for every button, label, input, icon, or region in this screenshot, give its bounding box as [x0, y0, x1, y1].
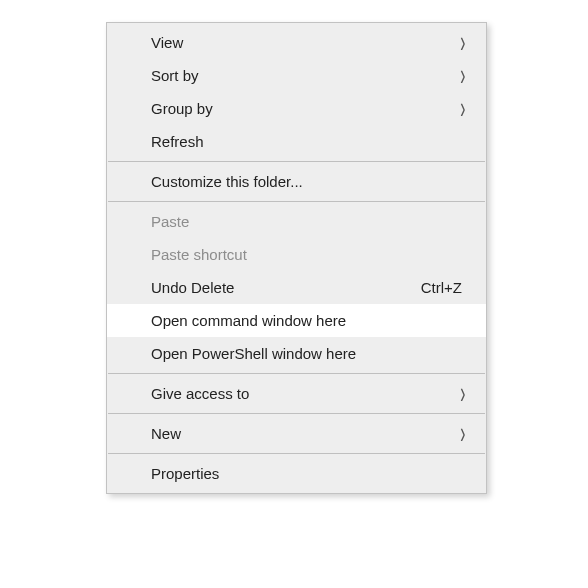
menu-separator — [108, 161, 485, 162]
chevron-right-icon: › — [461, 60, 466, 91]
menu-item-label: Paste shortcut — [151, 246, 472, 263]
menu-item-paste-shortcut: Paste shortcut — [107, 238, 486, 271]
menu-item-open-command-window[interactable]: Open command window here — [107, 304, 486, 337]
menu-item-undo-delete[interactable]: Undo Delete Ctrl+Z — [107, 271, 486, 304]
menu-separator — [108, 453, 485, 454]
chevron-right-icon: › — [461, 418, 466, 449]
menu-item-customize-folder[interactable]: Customize this folder... — [107, 165, 486, 198]
menu-item-label: Properties — [151, 465, 472, 482]
menu-item-label: Customize this folder... — [151, 173, 472, 190]
menu-item-label: Group by — [151, 100, 472, 117]
menu-item-label: Open PowerShell window here — [151, 345, 472, 362]
menu-item-label: Paste — [151, 213, 472, 230]
menu-item-properties[interactable]: Properties — [107, 457, 486, 490]
menu-item-label: New — [151, 425, 472, 442]
context-menu: View › Sort by › Group by › Refresh Cust… — [106, 22, 487, 494]
menu-separator — [108, 201, 485, 202]
menu-item-give-access-to[interactable]: Give access to › — [107, 377, 486, 410]
menu-item-paste: Paste — [107, 205, 486, 238]
menu-item-refresh[interactable]: Refresh — [107, 125, 486, 158]
menu-item-shortcut: Ctrl+Z — [411, 279, 472, 296]
menu-item-sort-by[interactable]: Sort by › — [107, 59, 486, 92]
menu-separator — [108, 373, 485, 374]
chevron-right-icon: › — [461, 378, 466, 409]
chevron-right-icon: › — [461, 27, 466, 58]
menu-item-group-by[interactable]: Group by › — [107, 92, 486, 125]
chevron-right-icon: › — [461, 93, 466, 124]
menu-separator — [108, 413, 485, 414]
menu-item-label: Refresh — [151, 133, 472, 150]
menu-item-label: Sort by — [151, 67, 472, 84]
menu-item-open-powershell-window[interactable]: Open PowerShell window here — [107, 337, 486, 370]
menu-item-view[interactable]: View › — [107, 26, 486, 59]
menu-item-label: View — [151, 34, 472, 51]
menu-item-label: Give access to — [151, 385, 472, 402]
menu-item-new[interactable]: New › — [107, 417, 486, 450]
menu-item-label: Undo Delete — [151, 279, 411, 296]
menu-item-label: Open command window here — [151, 312, 472, 329]
